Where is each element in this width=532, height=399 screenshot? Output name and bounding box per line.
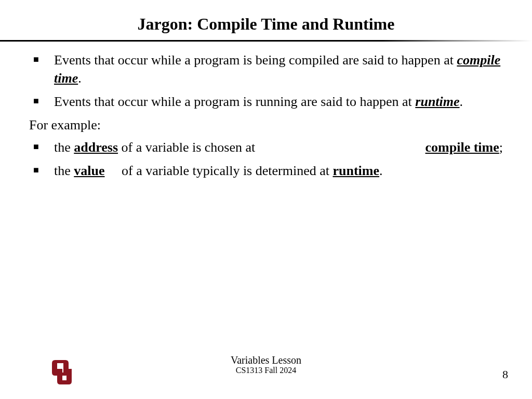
underlined-term: address <box>74 140 118 155</box>
text: compile time; <box>425 138 503 156</box>
text: . <box>78 71 82 86</box>
text: the <box>54 163 74 178</box>
text: of a variable is chosen at <box>118 138 425 156</box>
underlined-term: compile time <box>425 140 499 155</box>
slide: Jargon: Compile Time and Runtime Events … <box>0 0 532 399</box>
slide-title: Jargon: Compile Time and Runtime <box>0 0 532 40</box>
bullet-list-top: Events that occur while a program is bei… <box>29 51 503 111</box>
footer-center: Variables Lesson CS1313 Fall 2024 <box>0 354 532 375</box>
list-item: the value of a variable typically is det… <box>54 162 503 180</box>
slide-body: Events that occur while a program is bei… <box>0 42 532 180</box>
underlined-term: value <box>74 163 104 178</box>
emphasis-term: runtime <box>415 94 459 109</box>
text: . <box>460 94 463 109</box>
text: the address <box>54 138 118 156</box>
underlined-term: runtime <box>332 163 379 178</box>
text: Events that occur while a program is bei… <box>54 52 457 68</box>
text: . <box>379 163 383 178</box>
text: Events that occur while a program is run… <box>54 94 415 109</box>
lesson-title: Variables Lesson <box>0 354 532 366</box>
text: of a variable typically is determined at <box>105 163 333 178</box>
list-item: Events that occur while a program is run… <box>54 92 503 111</box>
page-number: 8 <box>502 368 508 381</box>
for-example-line: For example: <box>29 116 503 134</box>
list-item: Events that occur while a program is bei… <box>54 51 503 87</box>
footer: Variables Lesson CS1313 Fall 2024 8 <box>0 354 532 385</box>
list-item: the address of a variable is chosen at c… <box>54 138 503 156</box>
course-code: CS1313 Fall 2024 <box>0 366 532 375</box>
bullet-list-bottom: the address of a variable is chosen at c… <box>29 138 503 180</box>
